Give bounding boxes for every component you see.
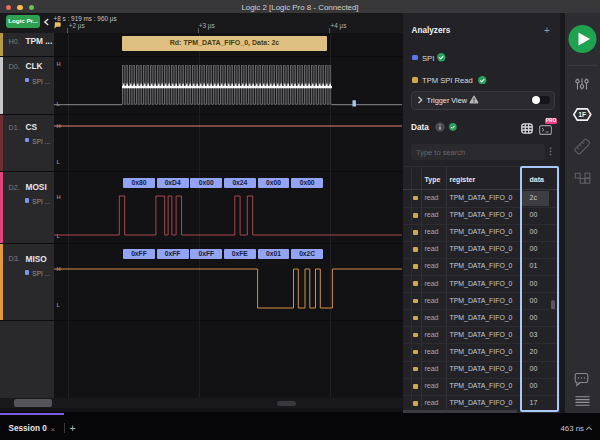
svg-text:1F: 1F xyxy=(578,111,586,118)
